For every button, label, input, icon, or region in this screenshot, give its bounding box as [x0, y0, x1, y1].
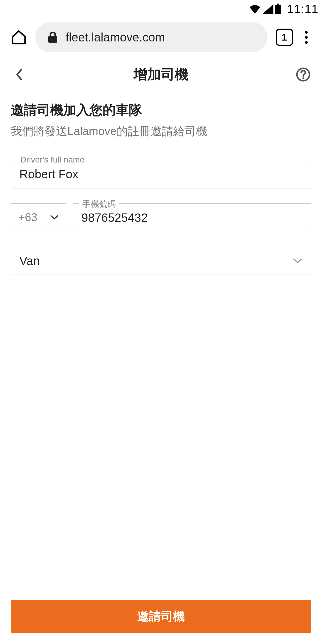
vehicle-select[interactable]: Van — [11, 247, 311, 275]
phone-field-wrapper: 手機號碼 — [73, 203, 311, 232]
country-code-value: +63 — [18, 211, 37, 224]
wifi-icon — [249, 4, 261, 14]
name-field-label: Driver's full name — [17, 155, 87, 165]
country-code-select[interactable]: +63 — [11, 203, 66, 231]
svg-rect-2 — [48, 36, 57, 43]
invite-driver-button[interactable]: 邀請司機 — [11, 600, 311, 633]
status-time: 11:11 — [287, 2, 318, 16]
phone-field-label: 手機號碼 — [79, 199, 119, 210]
home-icon[interactable] — [11, 29, 27, 45]
battery-icon — [275, 4, 281, 14]
page-title: 增加司機 — [134, 65, 188, 84]
help-icon[interactable] — [296, 67, 311, 82]
svg-rect-0 — [277, 4, 279, 5]
name-field-wrapper: Driver's full name — [11, 160, 311, 188]
status-icons — [249, 4, 281, 14]
url-text: fleet.lalamove.com — [66, 31, 165, 44]
vehicle-select-wrapper: Van — [11, 247, 311, 275]
section-subheading: 我們將發送Lalamove的註冊邀請給司機 — [11, 124, 311, 139]
lock-icon — [48, 32, 57, 43]
tab-count-button[interactable]: 1 — [276, 29, 293, 46]
content: 邀請司機加入您的車隊 我們將發送Lalamove的註冊邀請給司機 Driver'… — [0, 89, 322, 600]
tab-count: 1 — [282, 32, 287, 43]
browser-bar: fleet.lalamove.com 1 — [0, 18, 322, 57]
chevron-down-icon — [50, 215, 59, 220]
status-bar: 11:11 — [0, 0, 322, 18]
url-bar[interactable]: fleet.lalamove.com — [35, 22, 267, 52]
page-header: 增加司機 — [0, 60, 322, 89]
back-button[interactable] — [11, 67, 26, 82]
more-menu-icon[interactable] — [301, 31, 311, 44]
signal-icon — [263, 4, 273, 14]
chevron-left-icon — [15, 69, 22, 80]
phone-row: +63 手機號碼 — [11, 203, 311, 232]
svg-rect-1 — [275, 5, 281, 14]
svg-point-4 — [302, 77, 304, 79]
chevron-down-icon — [292, 258, 303, 264]
vehicle-value: Van — [19, 254, 40, 268]
section-heading: 邀請司機加入您的車隊 — [11, 101, 311, 119]
submit-area: 邀請司機 — [0, 600, 322, 644]
